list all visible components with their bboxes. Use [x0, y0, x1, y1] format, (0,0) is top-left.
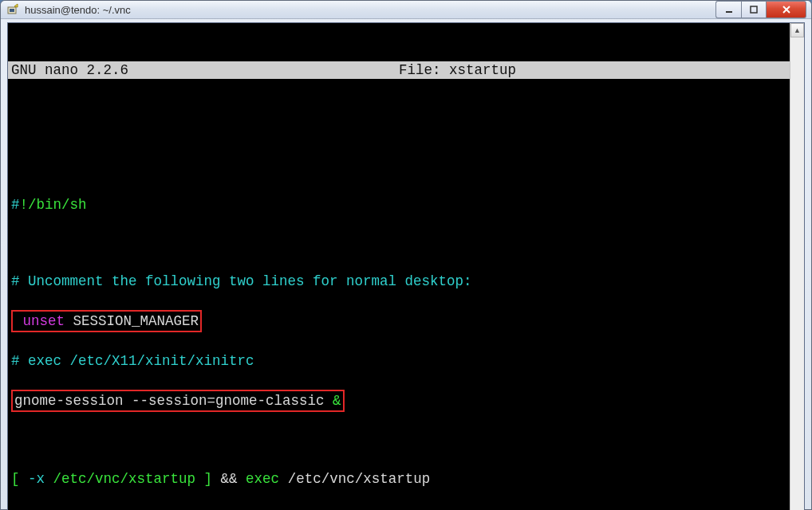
minimize-button[interactable] — [715, 1, 741, 18]
svg-rect-2 — [726, 11, 732, 13]
hash: # — [11, 197, 20, 213]
titlebar[interactable]: hussain@tendo: ~/.vnc — [1, 1, 811, 19]
editor-content[interactable]: #!/bin/sh # Uncomment the following two … — [8, 136, 790, 510]
app-window: hussain@tendo: ~/.vnc GNU nano 2.2.6 Fil… — [0, 0, 812, 510]
putty-icon — [6, 2, 20, 17]
shebang: !/bin/sh — [20, 197, 87, 213]
close-button[interactable] — [767, 1, 806, 18]
client-area: GNU nano 2.2.6 File: xstartup #!/bin/sh … — [7, 22, 805, 510]
maximize-button[interactable] — [741, 1, 767, 18]
nano-titlebar: GNU nano 2.2.6 File: xstartup — [8, 61, 790, 79]
nano-file-label: File: xstartup — [399, 61, 516, 79]
scrollbar[interactable]: ▲ ▼ — [790, 23, 804, 510]
window-title: hussain@tendo: ~/.vnc — [25, 4, 715, 16]
comment: # Uncomment the following two lines for … — [11, 273, 472, 289]
svg-rect-3 — [751, 6, 757, 13]
highlight-gnome: gnome-session --session=gnome-classic & — [11, 390, 345, 412]
highlight-unset: unset SESSION_MANAGER — [11, 310, 202, 332]
nano-app-name: GNU nano 2.2.6 — [11, 61, 128, 79]
scroll-up-button[interactable]: ▲ — [790, 23, 804, 37]
scroll-track[interactable] — [790, 37, 804, 510]
svg-rect-1 — [10, 9, 14, 12]
comment: # exec /etc/X11/xinit/xinitrc — [11, 353, 254, 369]
terminal[interactable]: GNU nano 2.2.6 File: xstartup #!/bin/sh … — [8, 23, 790, 510]
window-controls — [715, 1, 806, 18]
